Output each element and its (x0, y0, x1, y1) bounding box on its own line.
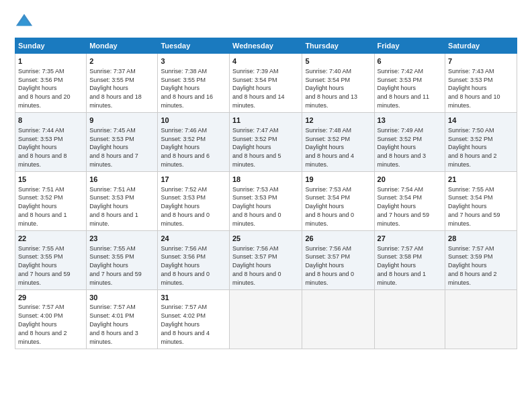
day-detail: Sunrise: 7:37 AMSunset: 3:55 PMDaylight … (89, 68, 142, 109)
day-detail: Sunrise: 7:53 AMSunset: 3:53 PMDaylight … (232, 186, 281, 227)
day-number: 23 (89, 234, 154, 244)
day-number: 10 (161, 116, 226, 126)
day-cell: 31 Sunrise: 7:57 AMSunset: 4:02 PMDaylig… (158, 289, 230, 349)
day-number: 29 (18, 293, 83, 303)
header (15, 12, 517, 31)
header-cell-thursday: Thursday (302, 38, 374, 54)
day-number: 25 (232, 234, 299, 244)
header-row: SundayMondayTuesdayWednesdayThursdayFrid… (15, 38, 517, 54)
day-number: 11 (232, 116, 299, 126)
day-cell: 7 Sunrise: 7:43 AMSunset: 3:53 PMDayligh… (445, 54, 517, 113)
day-number: 16 (89, 175, 154, 185)
day-detail: Sunrise: 7:57 AMSunset: 4:00 PMDaylight … (18, 304, 67, 345)
day-cell: 16 Sunrise: 7:51 AMSunset: 3:53 PMDaylig… (87, 171, 158, 230)
day-cell: 24 Sunrise: 7:56 AMSunset: 3:56 PMDaylig… (158, 230, 230, 289)
day-detail: Sunrise: 7:57 AMSunset: 4:02 PMDaylight … (161, 304, 210, 345)
day-detail: Sunrise: 7:57 AMSunset: 3:59 PMDaylight … (448, 245, 497, 286)
day-detail: Sunrise: 7:55 AMSunset: 3:55 PMDaylight … (18, 245, 71, 286)
day-detail: Sunrise: 7:56 AMSunset: 3:57 PMDaylight … (305, 245, 354, 286)
day-number: 15 (18, 175, 83, 185)
day-number: 13 (378, 116, 443, 126)
logo (15, 12, 36, 31)
day-detail: Sunrise: 7:56 AMSunset: 3:57 PMDaylight … (232, 245, 281, 286)
day-cell: 6 Sunrise: 7:42 AMSunset: 3:53 PMDayligh… (374, 54, 445, 113)
day-number: 18 (232, 175, 299, 185)
day-detail: Sunrise: 7:47 AMSunset: 3:52 PMDaylight … (232, 127, 281, 168)
day-cell (374, 289, 445, 349)
day-cell: 17 Sunrise: 7:52 AMSunset: 3:53 PMDaylig… (158, 171, 230, 230)
day-number: 1 (18, 56, 83, 66)
week-row-1: 1 Sunrise: 7:35 AMSunset: 3:56 PMDayligh… (15, 54, 517, 113)
day-cell: 15 Sunrise: 7:51 AMSunset: 3:52 PMDaylig… (15, 171, 87, 230)
day-number: 4 (232, 56, 299, 66)
day-cell: 5 Sunrise: 7:40 AMSunset: 3:54 PMDayligh… (302, 54, 374, 113)
week-row-5: 29 Sunrise: 7:57 AMSunset: 4:00 PMDaylig… (15, 289, 517, 349)
day-number: 21 (448, 175, 514, 185)
header-cell-friday: Friday (374, 38, 445, 54)
day-cell: 21 Sunrise: 7:55 AMSunset: 3:54 PMDaylig… (445, 171, 517, 230)
day-detail: Sunrise: 7:50 AMSunset: 3:52 PMDaylight … (448, 127, 497, 168)
day-detail: Sunrise: 7:39 AMSunset: 3:54 PMDaylight … (232, 68, 285, 109)
header-cell-sunday: Sunday (15, 38, 87, 54)
day-number: 24 (161, 234, 226, 244)
week-row-3: 15 Sunrise: 7:51 AMSunset: 3:52 PMDaylig… (15, 171, 517, 230)
day-number: 3 (161, 56, 226, 66)
day-detail: Sunrise: 7:55 AMSunset: 3:54 PMDaylight … (448, 186, 500, 227)
day-cell: 22 Sunrise: 7:55 AMSunset: 3:55 PMDaylig… (15, 230, 87, 289)
calendar-body: 1 Sunrise: 7:35 AMSunset: 3:56 PMDayligh… (15, 54, 517, 349)
day-number: 30 (89, 293, 154, 303)
day-detail: Sunrise: 7:52 AMSunset: 3:53 PMDaylight … (161, 186, 210, 227)
day-number: 20 (378, 175, 443, 185)
header-cell-tuesday: Tuesday (158, 38, 230, 54)
day-number: 2 (89, 56, 154, 66)
day-number: 17 (161, 175, 226, 185)
day-cell (229, 289, 302, 349)
day-detail: Sunrise: 7:43 AMSunset: 3:53 PMDaylight … (448, 68, 500, 109)
day-cell: 4 Sunrise: 7:39 AMSunset: 3:54 PMDayligh… (229, 54, 302, 113)
calendar-table: SundayMondayTuesdayWednesdayThursdayFrid… (15, 38, 517, 349)
day-cell: 8 Sunrise: 7:44 AMSunset: 3:53 PMDayligh… (15, 112, 87, 171)
day-detail: Sunrise: 7:51 AMSunset: 3:53 PMDaylight … (89, 186, 138, 227)
header-cell-saturday: Saturday (445, 38, 517, 54)
day-cell: 11 Sunrise: 7:47 AMSunset: 3:52 PMDaylig… (229, 112, 302, 171)
day-cell: 29 Sunrise: 7:57 AMSunset: 4:00 PMDaylig… (15, 289, 87, 349)
week-row-4: 22 Sunrise: 7:55 AMSunset: 3:55 PMDaylig… (15, 230, 517, 289)
day-detail: Sunrise: 7:57 AMSunset: 4:01 PMDaylight … (89, 304, 138, 345)
day-number: 31 (161, 293, 226, 303)
day-cell: 2 Sunrise: 7:37 AMSunset: 3:55 PMDayligh… (87, 54, 158, 113)
day-number: 22 (18, 234, 83, 244)
day-number: 9 (89, 116, 154, 126)
day-cell: 25 Sunrise: 7:56 AMSunset: 3:57 PMDaylig… (229, 230, 302, 289)
header-cell-wednesday: Wednesday (229, 38, 302, 54)
day-detail: Sunrise: 7:45 AMSunset: 3:53 PMDaylight … (89, 127, 138, 168)
day-number: 14 (448, 116, 514, 126)
calendar-header: SundayMondayTuesdayWednesdayThursdayFrid… (15, 38, 517, 54)
day-cell: 19 Sunrise: 7:53 AMSunset: 3:54 PMDaylig… (302, 171, 374, 230)
day-cell (302, 289, 374, 349)
day-cell: 13 Sunrise: 7:49 AMSunset: 3:52 PMDaylig… (374, 112, 445, 171)
page: SundayMondayTuesdayWednesdayThursdayFrid… (0, 0, 532, 411)
day-cell: 3 Sunrise: 7:38 AMSunset: 3:55 PMDayligh… (158, 54, 230, 113)
day-detail: Sunrise: 7:56 AMSunset: 3:56 PMDaylight … (161, 245, 210, 286)
day-cell: 26 Sunrise: 7:56 AMSunset: 3:57 PMDaylig… (302, 230, 374, 289)
day-cell: 12 Sunrise: 7:48 AMSunset: 3:52 PMDaylig… (302, 112, 374, 171)
day-number: 19 (305, 175, 371, 185)
day-number: 26 (305, 234, 371, 244)
day-cell: 10 Sunrise: 7:46 AMSunset: 3:52 PMDaylig… (158, 112, 230, 171)
day-detail: Sunrise: 7:46 AMSunset: 3:52 PMDaylight … (161, 127, 210, 168)
week-row-2: 8 Sunrise: 7:44 AMSunset: 3:53 PMDayligh… (15, 112, 517, 171)
day-number: 28 (448, 234, 514, 244)
day-cell: 20 Sunrise: 7:54 AMSunset: 3:54 PMDaylig… (374, 171, 445, 230)
day-cell (445, 289, 517, 349)
day-number: 12 (305, 116, 371, 126)
day-cell: 14 Sunrise: 7:50 AMSunset: 3:52 PMDaylig… (445, 112, 517, 171)
day-detail: Sunrise: 7:55 AMSunset: 3:55 PMDaylight … (89, 245, 142, 286)
day-cell: 18 Sunrise: 7:53 AMSunset: 3:53 PMDaylig… (229, 171, 302, 230)
day-cell: 30 Sunrise: 7:57 AMSunset: 4:01 PMDaylig… (87, 289, 158, 349)
day-cell: 9 Sunrise: 7:45 AMSunset: 3:53 PMDayligh… (87, 112, 158, 171)
day-number: 5 (305, 56, 371, 66)
day-number: 6 (378, 56, 443, 66)
header-cell-monday: Monday (87, 38, 158, 54)
day-cell: 1 Sunrise: 7:35 AMSunset: 3:56 PMDayligh… (15, 54, 87, 113)
day-number: 7 (448, 56, 514, 66)
